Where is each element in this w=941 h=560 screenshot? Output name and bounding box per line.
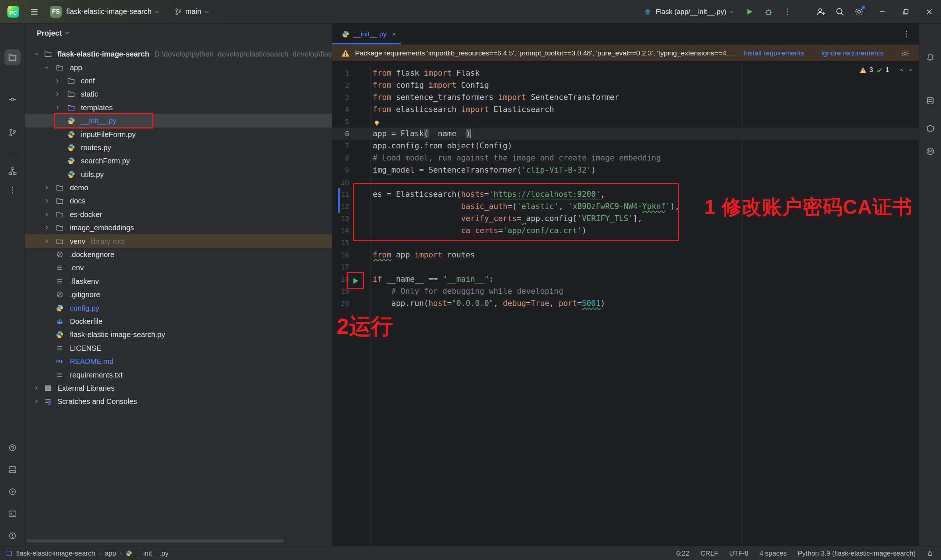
tree-item-es-docker[interactable]: es-docker xyxy=(25,208,332,221)
tree-item--gitignore[interactable]: .gitignore xyxy=(25,288,332,301)
gutter-line-20[interactable]: 20 xyxy=(332,297,370,309)
gutter-line-18[interactable]: 18 xyxy=(332,273,370,285)
project-chevron-down-icon[interactable] xyxy=(154,8,160,15)
code-line-2[interactable]: 2from config import Config xyxy=(332,79,919,91)
gutter-line-12[interactable]: 12 xyxy=(332,200,370,212)
gutter-line-11[interactable]: 11 xyxy=(332,188,370,200)
python-console-icon[interactable] xyxy=(5,440,21,456)
tree-item-dockerfile[interactable]: Dockerfile xyxy=(25,315,332,328)
tree-item-docs[interactable]: docs xyxy=(25,194,332,208)
lock-icon[interactable] xyxy=(927,550,934,557)
tree-item-templates[interactable]: templates xyxy=(25,101,332,114)
tree-item-venv[interactable]: venvlibrary root xyxy=(25,234,332,248)
chevron-right-icon[interactable] xyxy=(43,211,50,218)
code-line-3[interactable]: 3from sentence_transformers import Sente… xyxy=(332,91,919,103)
tree-item-searchform-py[interactable]: searchForm.py xyxy=(25,154,332,168)
gutter-line-19[interactable]: 19 xyxy=(332,285,370,297)
gutter-line-16[interactable]: 16 xyxy=(332,249,370,261)
code-line-15[interactable]: 15 xyxy=(332,237,919,249)
project-avatar[interactable]: FS xyxy=(50,6,62,18)
code-line-10[interactable]: 10 xyxy=(332,176,919,188)
tree-item--env[interactable]: .env xyxy=(25,261,332,274)
chevron-right-icon[interactable] xyxy=(43,238,50,245)
tree-item-requirements-txt[interactable]: requirements.txt xyxy=(25,368,332,381)
code-line-8[interactable]: 8# Load model, run against the image and… xyxy=(332,152,919,164)
window-minimize-button[interactable] xyxy=(870,0,894,23)
gutter-line-5[interactable]: 5 xyxy=(332,116,370,128)
chevron-right-icon[interactable] xyxy=(43,185,50,191)
banner-settings-icon[interactable] xyxy=(901,49,909,58)
gutter-line-9[interactable]: 9 xyxy=(332,164,370,176)
tree-item-routes-py[interactable]: routes.py xyxy=(25,141,332,154)
more-icon[interactable] xyxy=(5,182,21,198)
commit-icon[interactable] xyxy=(5,91,21,108)
chevron-right-icon[interactable] xyxy=(54,91,61,97)
code-line-4[interactable]: 4from elasticsearch import Elasticsearch xyxy=(332,103,919,116)
pull-requests-icon[interactable] xyxy=(5,125,21,141)
chevron-right-icon[interactable] xyxy=(33,385,40,391)
gutter-line-10[interactable]: 10 xyxy=(332,176,370,188)
breadcrumb-project[interactable]: flask-elastic-image-search xyxy=(16,549,95,557)
code-line-12[interactable]: 12 basic_auth=('elastic', 'xB9OzFwRC9-NW… xyxy=(332,200,919,212)
ai-assistant-icon[interactable] xyxy=(922,143,938,159)
code-line-1[interactable]: 1from flask import Flask xyxy=(332,67,919,79)
file-encoding[interactable]: UTF-8 xyxy=(729,549,748,557)
window-close-button[interactable] xyxy=(918,0,941,23)
project-folder-icon[interactable] xyxy=(5,49,21,65)
code-line-13[interactable]: 13 verify_certs= app.config['VERIFY_TLS'… xyxy=(332,212,919,225)
tree-item-license[interactable]: LICENSE xyxy=(25,342,332,355)
main-menu-icon[interactable] xyxy=(29,7,39,17)
code-line-9[interactable]: 9img_model = SentenceTransformer('clip-V… xyxy=(332,164,919,176)
python-interpreter[interactable]: Python 3.9 (flask-elastic-image-search) xyxy=(798,549,916,557)
tree-item-__init__-py[interactable]: __init__.py xyxy=(25,114,332,128)
run-button[interactable] xyxy=(745,7,754,17)
problems-icon[interactable] xyxy=(5,528,21,544)
tree-item-static[interactable]: static xyxy=(25,88,332,101)
tab-init-py[interactable]: __init__.py × xyxy=(332,23,401,45)
chevron-right-icon[interactable] xyxy=(43,225,50,231)
tree-item-flask-elastic-image-search-py[interactable]: flask-elastic-image-search.py xyxy=(25,328,332,341)
gutter-line-3[interactable]: 3 xyxy=(332,91,370,103)
tab-close-icon[interactable]: × xyxy=(392,30,396,38)
terminal-icon[interactable] xyxy=(5,506,21,522)
tree-item-conf[interactable]: conf xyxy=(25,74,332,88)
caret-position[interactable]: 6:22 xyxy=(676,549,689,557)
run-configuration[interactable]: Flask (app/__init__.py) xyxy=(643,7,735,16)
install-requirements-link[interactable]: Install requirements xyxy=(743,49,804,57)
project-window-icon[interactable] xyxy=(6,550,12,557)
ignore-requirements-link[interactable]: Ignore requirements xyxy=(821,49,884,57)
chevron-right-icon[interactable] xyxy=(33,398,40,405)
project-panel-header[interactable]: Project xyxy=(25,23,332,43)
code-line-5[interactable]: 5 xyxy=(332,116,919,128)
breadcrumb-file[interactable]: __init__.py xyxy=(136,549,168,557)
tree-item--dockerignore[interactable]: .dockerignore xyxy=(25,248,332,261)
code-editor[interactable]: 1from flask import Flask2from config imp… xyxy=(332,62,919,309)
branch-widget[interactable]: main xyxy=(174,7,210,16)
gutter-line-17[interactable]: 17 xyxy=(332,261,370,273)
tree-item-image_embeddings[interactable]: image_embeddings xyxy=(25,221,332,234)
chevron-down-icon[interactable] xyxy=(43,64,50,71)
code-line-11[interactable]: 11es = Elasticsearch(hosts='https://loca… xyxy=(332,188,919,200)
plugins-icon[interactable] xyxy=(922,120,938,137)
code-with-me-icon[interactable] xyxy=(816,7,825,17)
tree-item-utils-py[interactable]: utils.py xyxy=(25,168,332,181)
gutter-line-15[interactable]: 15 xyxy=(332,237,370,249)
tree-item-config-py[interactable]: config.py xyxy=(25,301,332,314)
code-line-17[interactable]: 17 xyxy=(332,261,919,273)
notifications-icon[interactable] xyxy=(922,49,938,65)
code-line-6[interactable]: 6app = Flask(__name__) xyxy=(332,128,919,140)
tree-horizontal-scrollbar[interactable] xyxy=(26,540,284,542)
indent-setting[interactable]: 4 spaces xyxy=(759,549,787,557)
gutter-line-8[interactable]: 8 xyxy=(332,152,370,164)
tree-item-flask-elastic-image-search[interactable]: flask-elastic-image-searchD:\develop\pyt… xyxy=(25,48,332,61)
gutter-line-7[interactable]: 7 xyxy=(332,140,370,152)
gutter-line-4[interactable]: 4 xyxy=(332,103,370,116)
structure-icon[interactable] xyxy=(5,163,21,179)
code-line-20[interactable]: 20 app.run(host="0.0.0.0", debug=True, p… xyxy=(332,297,919,309)
tree-item--flaskenv[interactable]: .flaskenv xyxy=(25,275,332,288)
tree-item-app[interactable]: app xyxy=(25,61,332,74)
tree-item-demo[interactable]: demo xyxy=(25,181,332,194)
gutter-line-2[interactable]: 2 xyxy=(332,79,370,91)
more-actions-icon[interactable] xyxy=(783,7,792,16)
gutter-line-13[interactable]: 13 xyxy=(332,212,370,225)
